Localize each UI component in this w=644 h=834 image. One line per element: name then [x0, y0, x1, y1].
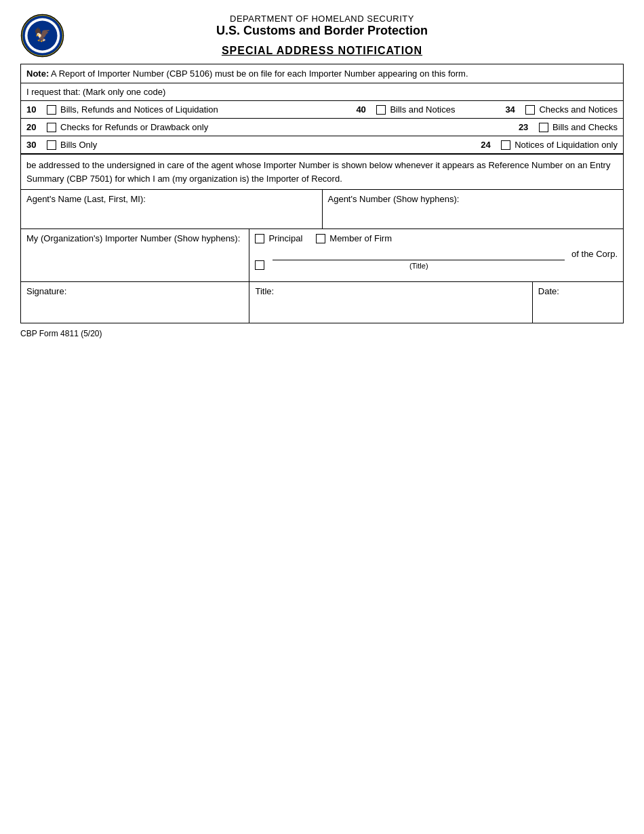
checkbox-24[interactable]	[501, 140, 510, 150]
code-40-num: 40	[356, 104, 376, 115]
principal-item: Principal	[255, 233, 302, 243]
code-row-10: 10 Bills, Refunds and Notices of Liquida…	[21, 101, 623, 119]
form-container: Note: A Report of Importer Number (CBP 5…	[20, 64, 624, 323]
code-10-num: 10	[26, 104, 47, 115]
importer-right-cell: Principal Member of Firm (Title) of the …	[249, 229, 623, 281]
code-20-num: 20	[26, 122, 47, 132]
code-23-label: Bills and Checks	[552, 122, 618, 132]
code-34-label: Checks and Notices	[539, 104, 618, 115]
header-text: DEPARTMENT OF HOMELAND SECURITY U.S. Cus…	[216, 14, 428, 38]
agency-label: U.S. Customs and Border Protection	[216, 24, 428, 38]
code-24-num: 24	[481, 140, 501, 150]
signature-label: Signature:	[26, 286, 66, 296]
checkbox-23[interactable]	[539, 123, 548, 132]
paragraph-row: be addressed to the undersigned in care …	[21, 154, 623, 190]
code-30-num: 30	[26, 140, 47, 150]
form-footer: CBP Form 4811 (5/20)	[20, 329, 624, 338]
checkbox-10[interactable]	[47, 105, 56, 115]
form-id: CBP Form 4811 (5/20)	[20, 329, 102, 338]
code-10-label: Bills, Refunds and Notices of Liquidatio…	[60, 104, 342, 115]
checkbox-40[interactable]	[376, 105, 386, 115]
code-24-label: Notices of Liquidation only	[515, 140, 618, 150]
code-20-label: Checks for Refunds or Drawback only	[60, 122, 505, 132]
request-row: I request that: (Mark only one code)	[21, 83, 623, 101]
note-text: A Report of Importer Number (CBP 5106) m…	[49, 68, 468, 79]
checkbox-34[interactable]	[525, 105, 535, 115]
date-label: Date:	[538, 286, 559, 296]
agent-number-cell: Agent's Number (Show hyphens):	[323, 190, 624, 229]
code-30-label: Bills Only	[60, 140, 467, 150]
checkbox-member-firm[interactable]	[316, 234, 325, 243]
date-cell: Date:	[533, 282, 623, 323]
importer-num-cell: My (Organization's) Importer Number (Sho…	[21, 229, 249, 281]
code-row-20: 20 Checks for Refunds or Drawback only 2…	[21, 119, 623, 136]
title-cell: Title:	[249, 282, 532, 323]
code-40-label: Bills and Notices	[390, 104, 478, 115]
form-title: SPECIAL ADDRESS NOTIFICATION	[20, 45, 624, 57]
title-line-container: (Title)	[273, 260, 565, 270]
principal-label: Principal	[268, 233, 302, 243]
dhs-logo: 🦅	[20, 14, 64, 58]
of-corp-label: of the Corp.	[571, 249, 618, 259]
title-field-label: Title:	[255, 286, 274, 296]
code-34-num: 34	[505, 104, 525, 115]
agent-name-label: Agent's Name (Last, First, MI):	[26, 194, 317, 204]
dept-label: DEPARTMENT OF HOMELAND SECURITY	[216, 14, 428, 24]
checkbox-principal[interactable]	[255, 234, 264, 243]
code-23-num: 23	[519, 122, 539, 132]
member-firm-item: Member of Firm	[316, 233, 392, 243]
title-underline	[273, 260, 565, 260]
importer-row: My (Organization's) Importer Number (Sho…	[21, 229, 623, 282]
svg-text:🦅: 🦅	[34, 26, 51, 43]
member-of-firm-label: Member of Firm	[329, 233, 392, 243]
page-header: 🦅 DEPARTMENT OF HOMELAND SECURITY U.S. C…	[20, 14, 624, 38]
agent-row: Agent's Name (Last, First, MI): Agent's …	[21, 190, 623, 229]
request-label: I request that: (Mark only one code)	[26, 87, 165, 97]
signature-row: Signature: Title: Date:	[21, 282, 623, 323]
title-label: (Title)	[273, 262, 565, 270]
checkbox-30[interactable]	[47, 140, 56, 150]
note-bold: Note:	[26, 68, 49, 79]
paragraph-text: be addressed to the undersigned in care …	[26, 160, 610, 184]
checkbox-20[interactable]	[47, 123, 56, 132]
importer-number-label: My (Organization's) Importer Number (Sho…	[26, 233, 243, 243]
principal-member-row: Principal Member of Firm	[255, 233, 618, 243]
code-row-30: 30 Bills Only 24 Notices of Liquidation …	[21, 136, 623, 153]
agent-name-cell: Agent's Name (Last, First, MI):	[21, 190, 323, 229]
codes-container: 10 Bills, Refunds and Notices of Liquida…	[21, 101, 623, 154]
signature-cell: Signature:	[21, 282, 249, 323]
note-row: Note: A Report of Importer Number (CBP 5…	[21, 64, 623, 83]
title-section: (Title) of the Corp.	[255, 249, 618, 270]
checkbox-title[interactable]	[255, 260, 264, 270]
agent-number-label: Agent's Number (Show hyphens):	[328, 194, 618, 204]
